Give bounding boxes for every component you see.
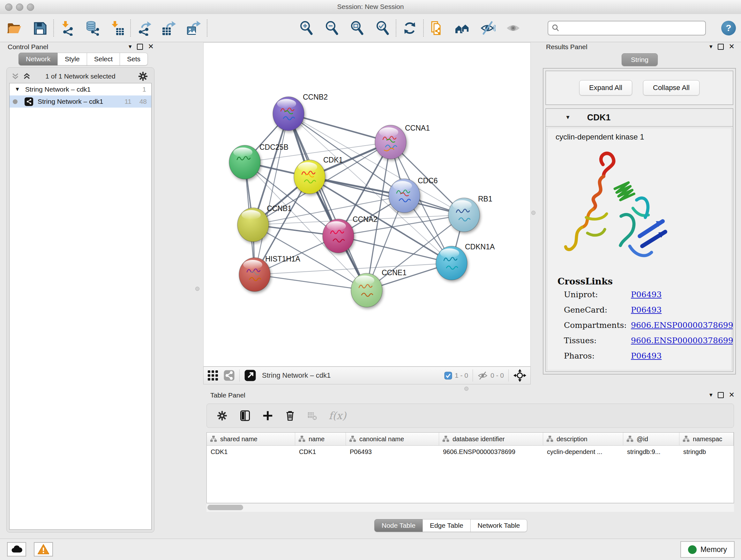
warnings-button[interactable] — [34, 542, 53, 557]
import-network-database-button[interactable] — [83, 18, 101, 38]
network-collection-row[interactable]: ▼ String Network – cdk1 1 — [10, 83, 151, 96]
network-view-button[interactable] — [223, 370, 235, 381]
zoom-selected-button[interactable] — [374, 18, 392, 38]
network-node-CDC25B[interactable] — [229, 145, 260, 179]
grid-view-button[interactable] — [207, 370, 218, 381]
network-graph[interactable]: CCNB2CCNA1CDC25BCDK1CDC6RB1CCNB1CCNA2CDK… — [204, 43, 530, 366]
function-builder-button[interactable]: f(x) — [329, 410, 346, 422]
collapse-all-button[interactable]: Collapse All — [643, 80, 699, 96]
expand-all-button[interactable]: Expand All — [579, 80, 632, 96]
network-node-CCNB2[interactable] — [273, 97, 304, 131]
tab-sets[interactable]: Sets — [120, 53, 148, 65]
column-header-@id[interactable]: @id — [623, 433, 679, 445]
crosslink-link[interactable]: P06493 — [631, 290, 731, 299]
tab-style[interactable]: Style — [57, 53, 87, 65]
fit-content-button[interactable] — [348, 18, 366, 38]
clone-network-button[interactable] — [428, 18, 446, 38]
add-column-button[interactable] — [262, 410, 273, 421]
panel-close-icon[interactable]: ✕ — [729, 391, 735, 398]
zoom-in-button[interactable] — [297, 18, 315, 38]
network-node-CDKN1A[interactable] — [436, 246, 467, 280]
table-cell[interactable]: cyclin-dependent ... — [543, 446, 623, 458]
panel-float-icon[interactable] — [137, 44, 143, 50]
crosslink-link[interactable]: 9606.ENSP00000378699 — [631, 320, 733, 330]
help-button[interactable]: ? — [721, 21, 736, 36]
network-edge[interactable] — [255, 114, 288, 274]
table-cell[interactable]: CDK1 — [295, 446, 346, 458]
hide-selected-button[interactable] — [479, 18, 497, 38]
network-node-CCNA2[interactable] — [323, 219, 354, 253]
network-node-CCNB1[interactable] — [238, 208, 269, 242]
table-options-gear-button[interactable] — [216, 410, 228, 422]
column-header-shared-name[interactable]: shared name — [207, 433, 295, 445]
network-node-CDC6[interactable] — [389, 179, 420, 212]
cloud-status-button[interactable] — [7, 542, 26, 557]
memory-button[interactable]: Memory — [680, 541, 735, 558]
open-file-button[interactable] — [5, 18, 23, 38]
crosslink-link[interactable]: P06493 — [631, 305, 731, 314]
tab-network-table[interactable]: Network Table — [470, 519, 528, 532]
panel-close-icon[interactable]: ✕ — [148, 43, 154, 50]
network-edge[interactable] — [288, 114, 367, 290]
crosslink-link[interactable]: 9606.ENSP00000378699 — [631, 336, 733, 345]
network-edge[interactable] — [255, 274, 367, 290]
tab-node-table[interactable]: Node Table — [374, 519, 423, 532]
horizontal-splitter-handle[interactable] — [464, 387, 468, 391]
show-columns-button[interactable] — [239, 410, 251, 422]
export-image-button[interactable] — [185, 18, 203, 38]
network-edge[interactable] — [338, 236, 452, 263]
home-views-button[interactable] — [454, 18, 471, 38]
panel-float-icon[interactable] — [718, 44, 724, 50]
panel-float-icon[interactable] — [718, 392, 724, 398]
hidden-eye-icon[interactable] — [477, 370, 488, 381]
scrollbar-thumb[interactable] — [207, 505, 243, 510]
table-cell[interactable]: stringdb — [679, 446, 734, 458]
gene-expand-icon[interactable]: ▼ — [565, 114, 570, 121]
column-header-database-identifier[interactable]: database identifier — [439, 433, 543, 445]
network-node-CCNE1[interactable] — [351, 273, 382, 307]
network-node-RB1[interactable] — [448, 198, 480, 232]
tab-string[interactable]: String — [622, 53, 658, 66]
detach-view-button[interactable] — [244, 369, 256, 381]
column-header-namespac[interactable]: namespac — [679, 433, 734, 445]
tab-edge-table[interactable]: Edge Table — [422, 519, 471, 532]
network-canvas[interactable]: CCNB2CCNA1CDC25BCDK1CDC6RB1CCNB1CCNA2CDK… — [203, 43, 531, 367]
table-cell[interactable]: P06493 — [346, 446, 439, 458]
left-splitter-handle[interactable] — [195, 287, 199, 291]
crosslink-link[interactable]: P06493 — [631, 351, 731, 361]
refresh-view-button[interactable] — [401, 18, 419, 38]
collection-expand-icon[interactable]: ▼ — [15, 86, 20, 92]
tab-select[interactable]: Select — [87, 53, 120, 65]
network-row-selected[interactable]: String Network – cdk1 11 48 — [10, 96, 151, 108]
show-hidden-button[interactable] — [504, 18, 522, 38]
delete-column-button[interactable] — [285, 410, 295, 421]
gene-section-header[interactable]: ▼ CDK1 — [546, 109, 733, 127]
birdseye-navigator-icon[interactable] — [513, 369, 527, 382]
panel-menu-icon[interactable]: ▾ — [710, 43, 713, 50]
column-header-description[interactable]: description — [543, 433, 623, 445]
table-row[interactable]: CDK1CDK1P064939606.ENSP00000378699cyclin… — [207, 446, 734, 458]
zoom-out-button[interactable] — [323, 18, 341, 38]
table-cell[interactable]: stringdb:9... — [623, 446, 679, 458]
export-network-button[interactable] — [135, 18, 153, 38]
search-input[interactable] — [562, 24, 702, 32]
panel-menu-icon[interactable]: ▾ — [129, 43, 132, 50]
network-node-CDK1[interactable] — [294, 160, 325, 194]
save-session-button[interactable] — [31, 18, 49, 38]
selected-checkbox-icon[interactable] — [444, 372, 452, 380]
table-horizontal-scrollbar[interactable] — [206, 503, 734, 512]
table-cell[interactable]: CDK1 — [207, 446, 295, 458]
panel-close-icon[interactable]: ✕ — [729, 43, 735, 50]
import-table-file-button[interactable] — [108, 18, 126, 38]
column-header-canonical-name[interactable]: canonical name — [346, 433, 439, 445]
column-header-name[interactable]: name — [295, 433, 346, 445]
tab-network[interactable]: Network — [18, 53, 58, 65]
panel-menu-icon[interactable]: ▾ — [710, 391, 713, 398]
table-cell[interactable]: 9606.ENSP00000378699 — [439, 446, 543, 458]
network-options-gear-icon[interactable] — [138, 71, 148, 83]
network-node-CCNA1[interactable] — [375, 125, 406, 159]
import-network-file-button[interactable] — [58, 18, 76, 38]
export-table-button[interactable] — [160, 18, 178, 38]
delete-table-button[interactable] — [307, 411, 317, 421]
right-splitter-handle[interactable] — [531, 211, 536, 215]
